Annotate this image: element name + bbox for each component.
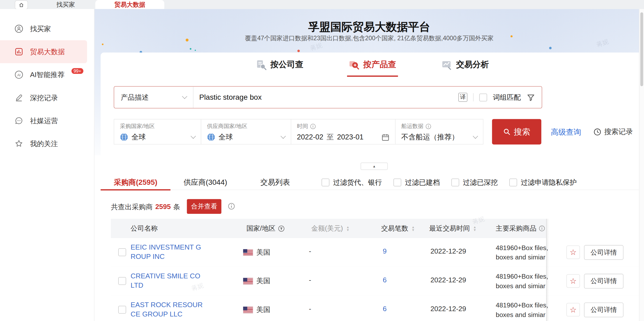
filter-value: 全球: [132, 132, 146, 142]
vertical-scrollbar[interactable]: [639, 9, 644, 321]
collapse-button[interactable]: ▲: [361, 163, 388, 170]
time-range-filter[interactable]: 时间 2022-02 至 2023-01: [291, 119, 396, 144]
filter-label: 时间: [297, 123, 308, 130]
country-filter-icon[interactable]: [278, 225, 285, 232]
main-products: 481960+Box files, boxes and simiar: [496, 272, 554, 291]
row-checkbox[interactable]: [118, 248, 126, 256]
chevron-down-icon: [473, 133, 478, 139]
tab-search-by-company[interactable]: 按公司查: [256, 59, 303, 70]
filter-value: 不含船运（推荐）: [401, 132, 459, 142]
date-from[interactable]: 2022-02: [297, 133, 323, 141]
info-icon[interactable]: [539, 225, 545, 231]
page-title: 孚盟国际贸易大数据平台: [94, 20, 644, 34]
column-label: 金额(美元): [311, 224, 343, 233]
filter-privacy-checkbox[interactable]: [509, 178, 517, 186]
tab-suppliers[interactable]: 供应商(3044): [170, 174, 240, 190]
analysis-icon: [441, 59, 452, 70]
company-link[interactable]: EEIC INVESTMENT GROUP INC: [131, 243, 205, 262]
filter-archived[interactable]: 过滤已建档: [393, 178, 440, 187]
info-icon[interactable]: [228, 203, 235, 210]
buyer-country-filter[interactable]: 采购国家/地区 全球: [114, 119, 201, 144]
sidebar-item-social-media[interactable]: 社媒运营: [0, 109, 94, 132]
sort-icon[interactable]: ▲▼: [473, 226, 476, 231]
sidebar-item-trade-data[interactable]: 贸易大数据: [0, 40, 87, 63]
company-search-icon: [256, 59, 266, 70]
amount-value: -: [309, 305, 311, 313]
column-label: 国家/地区: [247, 224, 276, 233]
sidebar-item-ai-recommend[interactable]: AI AI智能推荐 99+: [0, 63, 94, 86]
favorite-button[interactable]: ☆: [566, 303, 580, 316]
browser-tab-bar: 找买家 贸易大数据: [0, 0, 644, 9]
filter-deep-dug[interactable]: 过滤已深挖: [451, 178, 498, 187]
map-dot: [549, 47, 551, 49]
search-input[interactable]: [193, 93, 458, 102]
svg-text:AI: AI: [17, 73, 21, 77]
column-label: 最近交易时间: [429, 224, 470, 233]
results-tabs: 采购商(2595) 供应商(3044) 交易列表 过滤货代、银行 过滤已建档 过…: [101, 174, 577, 190]
filter-forwarder-bank[interactable]: 过滤货代、银行: [321, 178, 382, 187]
filter-row: 采购国家/地区 全球 供应商国家/地区 全球: [114, 119, 483, 144]
last-trade-date: 2022-12-29: [430, 247, 466, 256]
tab-label: 交易列表: [260, 178, 290, 186]
date-to[interactable]: 2023-01: [337, 133, 364, 141]
merge-view-button[interactable]: 合并查看: [187, 199, 221, 214]
company-detail-button[interactable]: 公司详情: [584, 274, 623, 288]
home-button[interactable]: [15, 1, 28, 10]
sidebar-item-label: 我的关注: [30, 139, 58, 148]
scrollbar-thumb[interactable]: [640, 12, 643, 86]
supplier-country-filter[interactable]: 供应商国家/地区 全球: [201, 119, 291, 144]
home-icon: [18, 2, 24, 8]
row-checkbox[interactable]: [118, 306, 126, 314]
filter-value: 全球: [218, 132, 233, 142]
user-circle-icon: [14, 24, 24, 34]
column-label: 主要采购商品: [496, 224, 536, 233]
us-flag-icon: [243, 307, 253, 313]
filter-deep-dug-checkbox[interactable]: [451, 178, 459, 186]
star-icon: ☆: [570, 305, 577, 314]
sidebar-item-my-follows[interactable]: 我的关注: [0, 132, 94, 155]
sidebar-item-label: AI智能推荐: [30, 70, 64, 79]
company-link[interactable]: CREATIVE SMILE CO LTD: [131, 271, 205, 290]
phrase-match-checkbox[interactable]: [479, 93, 487, 101]
favorite-button[interactable]: ☆: [566, 246, 580, 259]
sort-icon[interactable]: ▲▼: [346, 226, 349, 231]
country-label: 美国: [256, 276, 270, 286]
company-detail-button[interactable]: 公司详情: [584, 303, 623, 317]
sort-icon[interactable]: ▲▼: [412, 226, 415, 231]
row-checkbox[interactable]: [118, 277, 126, 285]
filter-funnel-icon[interactable]: [527, 93, 535, 102]
top-tab-trade-data[interactable]: 贸易大数据: [95, 0, 164, 9]
checkbox-label: 过滤已深挖: [463, 178, 498, 187]
sidebar-item-find-buyers[interactable]: 找买家: [0, 17, 94, 40]
merge-view-label: 合并查看: [191, 202, 217, 211]
checkbox-label: 过滤申请隐私保护: [521, 178, 577, 187]
deal-count-link[interactable]: 6: [383, 276, 387, 284]
deal-count-link[interactable]: 9: [383, 247, 387, 256]
filter-forwarder-bank-checkbox[interactable]: [321, 178, 329, 186]
search-history-link[interactable]: 搜索记录: [594, 119, 633, 144]
map-dot: [511, 35, 513, 37]
favorite-button[interactable]: ☆: [566, 274, 580, 288]
search-button[interactable]: 搜索: [492, 119, 541, 144]
filter-archived-checkbox[interactable]: [393, 178, 401, 186]
shipping-data-filter[interactable]: 船运数据 不含船运（推荐）: [395, 119, 483, 144]
company-detail-button[interactable]: 公司详情: [584, 245, 623, 260]
tab-buyers[interactable]: 采购商(2595): [101, 174, 170, 190]
filter-privacy[interactable]: 过滤申请隐私保护: [509, 178, 577, 187]
advanced-search-link[interactable]: 高级查询: [550, 119, 582, 144]
frozen-column-divider: [546, 219, 547, 321]
tab-transactions[interactable]: 交易列表: [240, 174, 310, 190]
tab-trade-analysis[interactable]: 交易分析: [441, 59, 489, 70]
translate-icon[interactable]: 译: [458, 93, 467, 102]
deal-count-link[interactable]: 6: [383, 305, 387, 313]
chat-bubble-icon: [14, 116, 24, 126]
search-input-tools: 译 词组匹配: [458, 93, 542, 102]
sidebar-item-deep-dig-records[interactable]: 深挖记录: [0, 86, 94, 109]
ai-icon: AI: [14, 70, 24, 80]
company-link[interactable]: EAST ROCK RESOURCE GROUP LLC: [131, 300, 205, 319]
tab-search-by-product[interactable]: 按产品查: [348, 59, 396, 70]
field-type-dropdown[interactable]: 产品描述: [114, 87, 193, 108]
summary-prefix: 共查出采购商: [111, 202, 153, 211]
table-header: 公司名称 国家/地区 金额(美元) ▲▼ 交易笔数 ▲▼ 最近交易时间 ▲▼ 主…: [111, 219, 546, 238]
top-tab-find-buyers[interactable]: 找买家: [41, 0, 90, 9]
